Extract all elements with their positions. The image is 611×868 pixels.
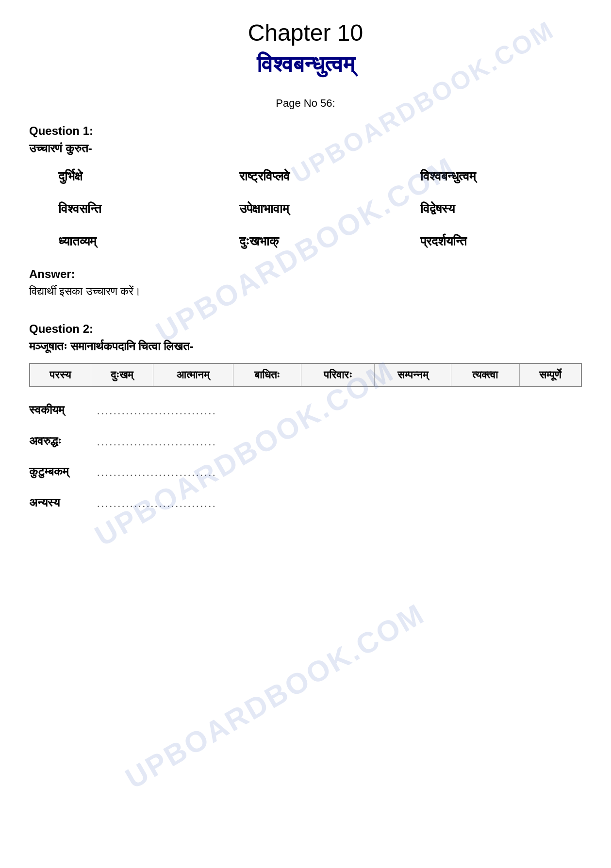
fill-row-3: कुटुम्बकम् ............................. bbox=[29, 463, 582, 480]
word-2: राष्ट्रविप्लवे bbox=[239, 165, 401, 188]
box-word-4: बाधितः bbox=[233, 363, 301, 387]
word-3: विश्वबन्धुत्वम् bbox=[420, 165, 582, 188]
word-9: प्रदर्शयन्ति bbox=[420, 230, 582, 253]
fill-label-3: कुटुम्बकम् bbox=[29, 463, 87, 480]
fill-row-1: स्वकीयम् ............................. bbox=[29, 402, 582, 418]
fill-dots-3[interactable]: ............................. bbox=[97, 466, 217, 479]
question1-label: Question 1: bbox=[29, 124, 582, 138]
word-6: विद्वेषस्य bbox=[420, 197, 582, 220]
fill-label-4: अन्यस्य bbox=[29, 494, 87, 511]
words-grid: दुर्भिक्षे राष्ट्रविप्लवे विश्वबन्धुत्वम… bbox=[58, 165, 582, 253]
fill-dots-4[interactable]: ............................. bbox=[97, 497, 217, 510]
chapter-title: Chapter 10 bbox=[29, 19, 582, 46]
manjusha-table: परस्य दुःखम् आत्मानम् बाधितः परिवारः सम्… bbox=[29, 363, 582, 387]
answer1-label: Answer: bbox=[29, 267, 582, 281]
answer1-text: विद्यार्थी इसका उच्चारण करें। bbox=[29, 285, 582, 298]
fill-label-2: अवरुद्धः bbox=[29, 433, 87, 449]
fill-dots-2[interactable]: ............................. bbox=[97, 436, 217, 448]
box-word-5: परिवारः bbox=[301, 363, 375, 387]
question1-text: उच्चारणं कुरुत- bbox=[29, 142, 582, 155]
box-word-6: सम्पन्नम् bbox=[375, 363, 451, 387]
fill-row-4: अन्यस्य ............................. bbox=[29, 494, 582, 511]
fill-dots-1[interactable]: ............................. bbox=[97, 405, 217, 417]
chapter-subtitle: विश्वबन्धुत्वम् bbox=[29, 51, 582, 78]
word-7: ध्यातव्यम् bbox=[58, 230, 220, 253]
word-8: दुःखभाक् bbox=[239, 230, 401, 253]
box-word-8: सम्पूर्णे bbox=[519, 363, 581, 387]
box-word-1: परस्य bbox=[30, 363, 91, 387]
word-5: उपेक्षाभावाम् bbox=[239, 197, 401, 220]
question2-text: मञ्जूषातः समानार्थकपदानि चित्वा लिखत- bbox=[29, 340, 582, 353]
main-page: Chapter 10 विश्वबन्धुत्वम् Page No 56: Q… bbox=[0, 0, 611, 554]
fill-label-1: स्वकीयम् bbox=[29, 402, 87, 418]
fill-row-2: अवरुद्धः ............................. bbox=[29, 433, 582, 449]
watermark-text-4: UPBOARDBOOK.COM bbox=[119, 597, 430, 796]
box-word-3: आत्मानम् bbox=[153, 363, 233, 387]
fill-section: स्वकीयम् ............................. अ… bbox=[29, 402, 582, 510]
question2-label: Question 2: bbox=[29, 322, 582, 336]
box-word-2: दुःखम् bbox=[91, 363, 153, 387]
box-word-7: त्यक्त्वा bbox=[451, 363, 520, 387]
page-number: Page No 56: bbox=[29, 97, 582, 110]
word-4: विश्वसन्ति bbox=[58, 197, 220, 220]
word-1: दुर्भिक्षे bbox=[58, 165, 220, 188]
